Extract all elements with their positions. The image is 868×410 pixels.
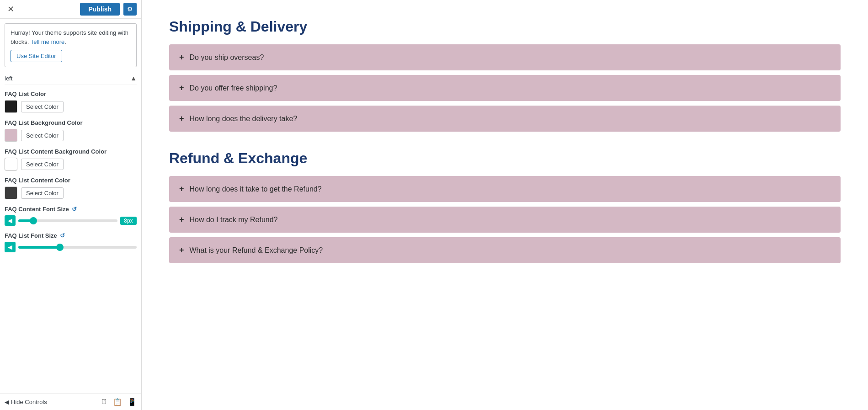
faq-item-ship-overseas[interactable]: + Do you ship overseas? [169, 44, 841, 70]
faq-content-font-size-section: FAQ Content Font Size ↺ ◀ 8px [5, 206, 137, 226]
faq-plus-icon: + [179, 83, 184, 93]
scroll-up-arrow[interactable]: ▲ [130, 75, 137, 82]
faq-list-font-size-track[interactable] [18, 246, 137, 249]
faq-list-content-bg-color-row: Select Color [5, 158, 137, 170]
faq-item-track-refund[interactable]: + How do I track my Refund? [169, 207, 841, 233]
tablet-icon[interactable]: 📋 [113, 398, 122, 406]
device-icons: 🖥 📋 📱 [100, 398, 137, 406]
hide-controls-label: Hide Controls [11, 399, 47, 405]
faq-list-content-bg-color-label: FAQ List Content Background Color [5, 148, 137, 155]
faq-list-color-button[interactable]: Select Color [21, 101, 64, 112]
faq-plus-icon: + [179, 245, 184, 255]
faq-content-font-size-reset[interactable]: ↺ [72, 206, 77, 213]
faq-list-content-color-row: Select Color [5, 186, 137, 199]
sidebar-topbar: ✕ Publish ⚙ [0, 0, 141, 19]
faq-plus-icon: + [179, 53, 184, 62]
faq-list-bg-color-swatch[interactable] [5, 129, 17, 142]
faq-question-text: Do you ship overseas? [190, 53, 264, 62]
faq-content-font-size-value: 8px [120, 217, 137, 225]
faq-list-content-color-label: FAQ List Content Color [5, 177, 137, 184]
faq-list-color-swatch[interactable] [5, 100, 17, 113]
gear-button[interactable]: ⚙ [123, 3, 137, 16]
sidebar-bottom: ◀ Hide Controls 🖥 📋 📱 [0, 394, 141, 410]
faq-content-font-size-track[interactable] [18, 219, 117, 222]
faq-list-bg-color-row: Select Color [5, 129, 137, 142]
faq-item-free-shipping[interactable]: + Do you offer free shipping? [169, 75, 841, 101]
faq-item-refund-policy[interactable]: + What is your Refund & Exchange Policy? [169, 237, 841, 263]
faq-plus-icon: + [179, 215, 184, 224]
faq-item-delivery-time[interactable]: + How long does the delivery take? [169, 106, 841, 132]
hide-controls-button[interactable]: ◀ Hide Controls [5, 399, 47, 405]
refund-section-title: Refund & Exchange [169, 150, 841, 167]
use-site-editor-button[interactable]: Use Site Editor [11, 50, 62, 62]
faq-question-text: How long does the delivery take? [190, 115, 298, 123]
faq-item-refund-time[interactable]: + How long does it take to get the Refun… [169, 176, 841, 202]
faq-list-font-size-left-btn[interactable]: ◀ [5, 242, 16, 252]
faq-content-font-size-slider-row: ◀ 8px [5, 215, 137, 226]
sidebar: ✕ Publish ⚙ Hurray! Your theme supports … [0, 0, 142, 410]
alignment-row: left ▲ [5, 72, 137, 85]
faq-list-color-label: FAQ List Color [5, 91, 137, 97]
faq-question-text: How long does it take to get the Refund? [190, 185, 322, 193]
mobile-icon[interactable]: 📱 [128, 398, 137, 406]
shipping-section-title: Shipping & Delivery [169, 18, 841, 35]
faq-list-color-row: Select Color [5, 100, 137, 113]
sidebar-scroll-area[interactable]: left ▲ FAQ List Color Select Color FAQ L… [0, 72, 141, 394]
faq-question-text: What is your Refund & Exchange Policy? [190, 246, 323, 255]
faq-list-content-bg-color-swatch[interactable] [5, 158, 17, 170]
tell-me-more-link[interactable]: Tell me more [31, 38, 64, 45]
notice-text: Hurray! Your theme supports site editing… [11, 29, 128, 45]
color-sections: FAQ List Color Select Color FAQ List Bac… [5, 91, 137, 199]
faq-content-font-size-label: FAQ Content Font Size ↺ [5, 206, 137, 213]
faq-plus-icon: + [179, 114, 184, 123]
faq-list-font-size-reset[interactable]: ↺ [60, 232, 65, 239]
faq-list-font-size-label: FAQ List Font Size ↺ [5, 232, 137, 239]
faq-list-bg-color-button[interactable]: Select Color [21, 130, 64, 141]
notice-box: Hurray! Your theme supports site editing… [5, 23, 137, 67]
desktop-icon[interactable]: 🖥 [100, 398, 107, 406]
chevron-left-icon: ◀ [5, 399, 9, 405]
publish-button[interactable]: Publish [80, 3, 120, 16]
alignment-value: left [5, 75, 12, 82]
faq-list-content-bg-color-button[interactable]: Select Color [21, 159, 64, 170]
main-content: Shipping & Delivery + Do you ship overse… [142, 0, 868, 410]
faq-list-content-color-button[interactable]: Select Color [21, 187, 64, 199]
faq-list-content-color-swatch[interactable] [5, 186, 17, 199]
faq-plus-icon: + [179, 184, 184, 194]
faq-list-font-size-slider-row: ◀ [5, 242, 137, 252]
faq-question-text: How do I track my Refund? [190, 216, 278, 224]
faq-list-font-size-section: FAQ List Font Size ↺ ◀ [5, 232, 137, 252]
faq-content-font-size-left-btn[interactable]: ◀ [5, 215, 16, 226]
close-button[interactable]: ✕ [5, 3, 17, 15]
faq-list-bg-color-label: FAQ List Background Color [5, 119, 137, 126]
faq-question-text: Do you offer free shipping? [190, 84, 277, 92]
